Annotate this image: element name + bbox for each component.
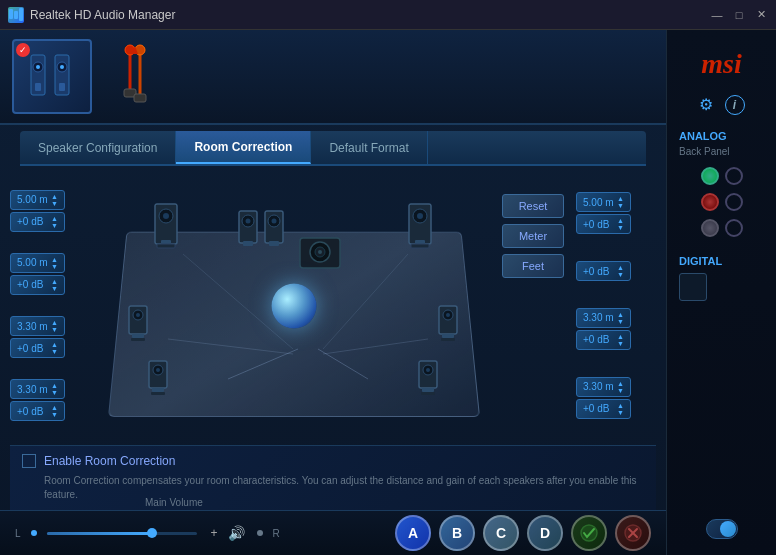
right-db-4[interactable]: +0 dB ▲▼: [576, 399, 631, 419]
left-db-2[interactable]: +0 dB ▲▼: [10, 275, 65, 295]
left-control-group-2: 5.00 m ▲▼ +0 dB ▲▼: [10, 253, 90, 295]
up-down-arrows-5: ▲▼: [51, 319, 58, 333]
maximize-button[interactable]: □: [732, 8, 746, 22]
left-distance-controls: 5.00 m ▲▼ +0 dB ▲▼ 5.00 m ▲▼ +0 dB: [10, 174, 90, 437]
reset-button[interactable]: Reset: [502, 194, 564, 218]
right-distance-controls: 5.00 m ▲▼ +0 dB ▲▼ +0 dB ▲▼: [576, 174, 656, 437]
right-db-1[interactable]: +0 dB ▲▼: [576, 214, 631, 234]
right-control-group-1: 5.00 m ▲▼ +0 dB ▲▼: [576, 192, 656, 234]
right-control-group-4: 3.30 m ▲▼ +0 dB ▲▼: [576, 377, 656, 419]
port-green-1[interactable]: [701, 167, 719, 185]
left-db-3[interactable]: +0 dB ▲▼: [10, 338, 65, 358]
left-distance-4[interactable]: 3.30 m ▲▼: [10, 379, 65, 399]
center-ball: [272, 283, 317, 328]
port-outline-3[interactable]: [725, 219, 743, 237]
lock-toggle[interactable]: [706, 519, 738, 539]
profile-b-button[interactable]: B: [439, 515, 475, 551]
enable-row: Enable Room Correction: [22, 454, 644, 468]
profile-c-button[interactable]: C: [483, 515, 519, 551]
front-right-speaker[interactable]: [407, 202, 435, 261]
right-control-group-3: 3.30 m ▲▼ +0 dB ▲▼: [576, 308, 656, 350]
svg-rect-54: [151, 392, 165, 395]
right-arrows-3: ▲▼: [617, 264, 624, 278]
left-speaker-dot: [31, 530, 37, 536]
port-gray-1[interactable]: [701, 219, 719, 237]
active-checkmark: ✓: [16, 43, 30, 57]
info-icon[interactable]: i: [725, 95, 745, 115]
svg-point-57: [426, 368, 430, 372]
window-controls: — □ ✕: [710, 8, 768, 22]
right-arrows-4: ▲▼: [617, 311, 624, 325]
svg-point-25: [246, 219, 251, 224]
speaker-device-icon[interactable]: ✓: [12, 39, 92, 114]
right-distance-4[interactable]: 3.30 m ▲▼: [576, 377, 631, 397]
tab-default-format[interactable]: Default Format: [311, 131, 427, 164]
cancel-button[interactable]: [615, 515, 651, 551]
device-header: ✓: [0, 30, 666, 125]
right-distance-3[interactable]: 3.30 m ▲▼: [576, 308, 631, 328]
rear-left-speaker[interactable]: [128, 304, 150, 348]
svg-point-47: [446, 313, 450, 317]
main-container: ✓: [0, 30, 776, 555]
left-distance-1[interactable]: 5.00 m ▲▼: [10, 190, 65, 210]
profile-d-button[interactable]: D: [527, 515, 563, 551]
port-outline-1[interactable]: [725, 167, 743, 185]
center-right-speaker[interactable]: [264, 209, 286, 254]
front-left-speaker[interactable]: [153, 202, 181, 261]
gear-icon[interactable]: ⚙: [699, 95, 713, 115]
svg-point-9: [60, 65, 64, 69]
left-db-1[interactable]: +0 dB ▲▼: [10, 212, 65, 232]
center-speakers: [238, 209, 286, 254]
port-outline-2[interactable]: [725, 193, 743, 211]
slider-thumb[interactable]: [147, 528, 157, 538]
svg-rect-6: [35, 83, 41, 91]
enable-section: Enable Room Correction Room Correction c…: [10, 445, 656, 510]
port-row-2: [701, 193, 743, 211]
cable-device-icon[interactable]: [102, 39, 177, 114]
analog-label: ANALOG: [667, 130, 727, 142]
tab-room-correction[interactable]: Room Correction: [176, 131, 311, 164]
svg-rect-59: [421, 392, 435, 395]
up-down-arrows-7: ▲▼: [51, 382, 58, 396]
feet-button[interactable]: Feet: [502, 254, 564, 278]
volume-left-label: L: [15, 528, 21, 539]
right-db-only-1[interactable]: +0 dB ▲▼: [576, 261, 631, 281]
svg-point-34: [318, 250, 322, 254]
tabs-bar: Speaker Configuration Room Correction De…: [20, 131, 646, 166]
svg-point-5: [36, 65, 40, 69]
rear-right-speaker[interactable]: [438, 304, 460, 348]
svg-rect-16: [134, 94, 146, 102]
profile-a-button[interactable]: A: [395, 515, 431, 551]
right-control-group-2: +0 dB ▲▼: [576, 261, 656, 281]
svg-rect-22: [157, 244, 175, 248]
meter-button[interactable]: Meter: [502, 224, 564, 248]
enable-description: Room Correction compensates your room ch…: [22, 474, 644, 502]
left-db-4[interactable]: +0 dB ▲▼: [10, 401, 65, 421]
svg-rect-39: [411, 244, 429, 248]
msi-logo: msi: [701, 48, 741, 80]
confirm-button[interactable]: [571, 515, 607, 551]
right-distance-1[interactable]: 5.00 m ▲▼: [576, 192, 631, 212]
speaker-icon: 🔊: [228, 525, 245, 541]
svg-rect-26: [243, 241, 253, 246]
tab-speaker-configuration[interactable]: Speaker Configuration: [20, 131, 176, 164]
side-right-speaker[interactable]: [418, 359, 440, 401]
left-distance-3[interactable]: 3.30 m ▲▼: [10, 316, 65, 336]
center-left-speaker[interactable]: [238, 209, 260, 254]
subwoofer[interactable]: [298, 236, 343, 275]
svg-rect-1: [14, 11, 18, 19]
minimize-button[interactable]: —: [710, 8, 724, 22]
svg-rect-48: [442, 334, 454, 338]
side-left-speaker[interactable]: [148, 359, 170, 401]
port-red-1[interactable]: [701, 193, 719, 211]
svg-rect-44: [131, 338, 145, 341]
slider-fill: [47, 532, 152, 535]
right-db-3[interactable]: +0 dB ▲▼: [576, 330, 631, 350]
main-volume-slider[interactable]: [47, 532, 197, 535]
svg-point-29: [272, 219, 277, 224]
left-distance-2[interactable]: 5.00 m ▲▼: [10, 253, 65, 273]
port-row-1: [701, 167, 743, 185]
digital-port-box[interactable]: [679, 273, 707, 301]
close-button[interactable]: ✕: [754, 8, 768, 22]
enable-checkbox[interactable]: [22, 454, 36, 468]
